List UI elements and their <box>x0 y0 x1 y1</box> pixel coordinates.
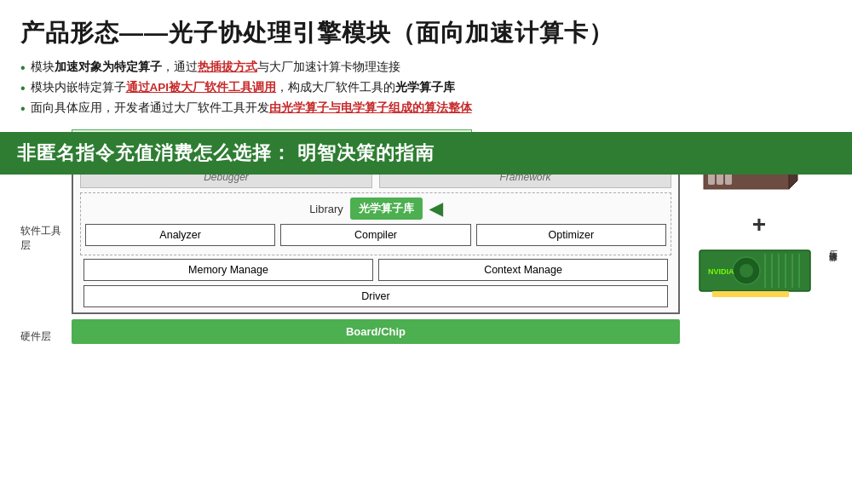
svg-rect-9 <box>712 291 789 297</box>
overlay-banner: 非匿名指令充值消费怎么选择： 明智决策的指南 <box>0 132 852 175</box>
svg-text:NVIDIA: NVIDIA <box>708 267 734 276</box>
acl-row: Analyzer Compiler Optimizer <box>85 224 666 246</box>
bullet-dot-1: • <box>20 58 26 78</box>
bullet-2: • 模块内嵌特定算子通过API被大厂软件工具调用，构成大厂软件工具的光学算子库 <box>20 78 832 99</box>
context-manage-box: Context Manage <box>378 259 668 281</box>
header: 产品形态——光子协处理引擎模块（面向加速计算卡） <box>20 17 832 49</box>
gpu-svg: NVIDIA <box>695 243 819 299</box>
driver-row: Driver <box>80 285 671 307</box>
bullet-1-text: 模块加速对象为特定算子，通过热插拔方式与大厂加速计算卡物理连接 <box>31 58 400 77</box>
sw-layer-box: Debugger Framework Library 光学算子库 ◀ <box>72 159 680 314</box>
arrow-left-icon: ◀ <box>429 198 442 219</box>
compiler-box: Compiler <box>280 224 470 246</box>
plus-icon: + <box>752 211 766 238</box>
optical-lib-badge: 光学算子库 <box>350 198 423 220</box>
bullet-2-text: 模块内嵌特定算子通过API被大厂软件工具调用，构成大厂软件工具的光学算子库 <box>31 78 456 97</box>
bullet-3: • 面向具体应用，开发者通过大厂软件工具开发由光学算子与电学算子组成的算法整体 <box>20 99 832 119</box>
bullet-dot-3: • <box>20 99 26 119</box>
library-row: Library 光学算子库 ◀ <box>85 198 666 220</box>
hw-row: Board/Chip <box>72 319 680 344</box>
bullets-section: • 模块加速对象为特定算子，通过热插拔方式与大厂加速计算卡物理连接 • 模块内嵌… <box>20 58 832 119</box>
inner-dashed-box: Library 光学算子库 ◀ Analyzer Compiler <box>80 192 671 255</box>
optimizer-box: Optimizer <box>476 224 666 246</box>
library-label: Library <box>309 203 343 215</box>
hw-layer-label: 硬件层 <box>20 329 65 344</box>
memory-manage-box: Memory Manage <box>83 259 373 281</box>
board-chip-box: Board/Chip <box>72 319 680 344</box>
svg-point-8 <box>740 264 753 278</box>
driver-box: Driver <box>83 285 668 307</box>
slide: 产品形态——光子协处理引擎模块（面向加速计算卡） • 模块加速对象为特定算子，通… <box>0 0 852 504</box>
mc-row: Memory Manage Context Manage <box>80 259 671 281</box>
analyzer-box: Analyzer <box>85 224 275 246</box>
page-title: 产品形态——光子协处理引擎模块（面向加速计算卡） <box>20 17 832 49</box>
gpu-card: NVIDIA 大厂加速计算卡 <box>695 243 823 307</box>
gpu-card-label: 大厂加速计算卡 <box>827 243 838 247</box>
bullet-dot-2: • <box>20 78 26 99</box>
sw-layer-label: 软件工具层 <box>20 224 65 253</box>
bullet-3-text: 面向具体应用，开发者通过大厂软件工具开发由光学算子与电学算子组成的算法整体 <box>31 99 472 117</box>
bullet-1: • 模块加速对象为特定算子，通过热插拔方式与大厂加速计算卡物理连接 <box>20 58 832 78</box>
overlay-text: 非匿名指令充值消费怎么选择： 明智决策的指南 <box>17 142 435 163</box>
